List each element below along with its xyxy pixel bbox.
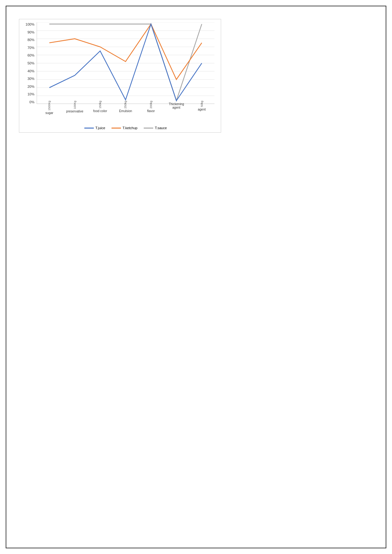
x-col-thickening: - Thickeningagent: [165, 101, 187, 109]
tjuice-line: [49, 24, 202, 101]
x-weight-flavor: 200kg: [149, 101, 153, 109]
x-weight-preservative: 100Kg: [73, 101, 76, 109]
legend-tketchup: T.ketchup: [112, 126, 137, 130]
tsauce-line: [49, 24, 202, 101]
x-col-food-color: 150kg food color: [89, 101, 111, 113]
legend-tketchup-label: T.ketchup: [123, 126, 137, 130]
y-label-100: 100%: [26, 22, 34, 26]
legend-tjuice-line: [84, 128, 94, 129]
y-label-20: 20%: [27, 85, 34, 88]
x-label-thickening: Thickeningagent: [169, 102, 184, 109]
x-label-food-color: food color: [93, 109, 107, 113]
legend-tjuice: T.juice: [84, 126, 105, 130]
y-label-10: 10%: [27, 92, 34, 96]
x-weight-food-color: 150kg: [99, 101, 102, 109]
x-weight-sugar: 1500Kg: [48, 101, 51, 111]
y-label-0: 0%: [29, 100, 34, 104]
x-label-preservative: preservative: [66, 110, 83, 113]
x-col-preservative: 100Kg preservative: [64, 101, 86, 113]
x-weight-emulsion: 250kg: [124, 101, 127, 109]
chart-svg: [37, 22, 214, 104]
x-label-agent: agent: [198, 108, 206, 111]
y-label-70: 70%: [27, 46, 34, 50]
x-col-agent: 50kg agent: [191, 101, 213, 111]
legend-tsauce: T.sauce: [144, 126, 167, 130]
y-label-30: 30%: [27, 77, 34, 81]
x-label-sugar: sugar: [45, 111, 53, 115]
x-label-flavor: flavor: [147, 109, 155, 113]
x-axis-area: 1500Kg sugar 100Kg preservative 150kg fo…: [37, 101, 214, 117]
y-label-40: 40%: [27, 69, 34, 73]
x-col-flavor: 200kg flavor: [140, 101, 162, 113]
x-col-sugar: 1500Kg sugar: [38, 101, 60, 115]
chart-container: 100% 90% 80% 70% 60% 50% 40% 30% 20% 10%…: [19, 19, 221, 133]
y-label-80: 80%: [27, 38, 34, 42]
legend-tsauce-line: [144, 128, 153, 129]
x-weight-agent: 50kg: [200, 101, 203, 107]
legend-tketchup-line: [112, 128, 121, 129]
legend-tsauce-label: T.sauce: [155, 126, 167, 130]
y-label-50: 50%: [27, 61, 34, 65]
y-label-60: 60%: [27, 53, 34, 57]
x-col-emulsion: 250kg Emulsion: [114, 101, 136, 113]
y-label-90: 90%: [27, 30, 34, 34]
x-label-emulsion: Emulsion: [119, 109, 132, 113]
chart-legend: T.juice T.ketchup T.sauce: [37, 126, 214, 130]
tketchup-line: [49, 24, 202, 79]
legend-tjuice-label: T.juice: [95, 126, 105, 130]
y-axis-labels: 100% 90% 80% 70% 60% 50% 40% 30% 20% 10%…: [19, 22, 36, 104]
